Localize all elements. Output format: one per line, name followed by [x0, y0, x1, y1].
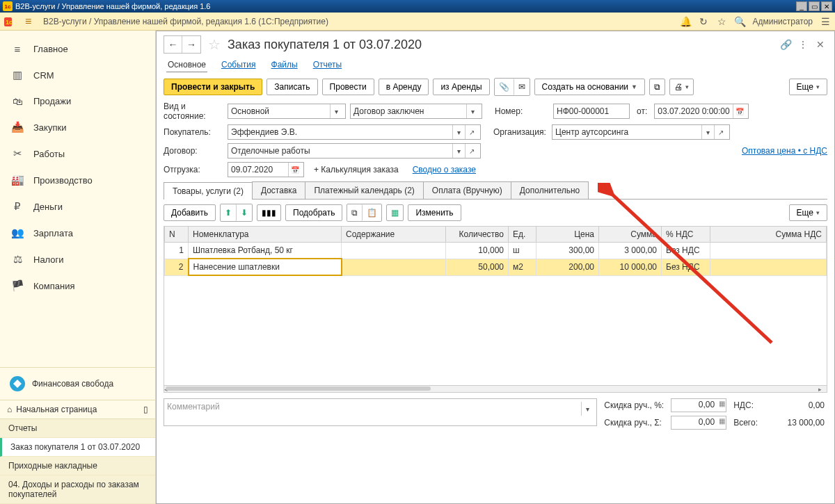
tab-additional[interactable]: Дополнительно	[511, 181, 589, 199]
calc-link[interactable]: + Калькуляция заказа	[314, 165, 399, 174]
sidebar-finance[interactable]: Финансовая свобода	[0, 367, 155, 400]
col-sum[interactable]: Сумма	[599, 227, 662, 243]
ship-date-field[interactable]: 09.07.2020📅	[228, 162, 304, 177]
calendar-icon[interactable]: 📅	[288, 163, 301, 177]
disc-sum-field[interactable]: 0,00▦	[671, 416, 726, 430]
window-restore-button[interactable]: ▭	[809, 1, 820, 11]
kind-field[interactable]: Основной▾	[228, 104, 346, 119]
table-h-scrollbar[interactable]: ◂▸	[164, 386, 827, 393]
table-more-button[interactable]: Еще ▾	[789, 204, 827, 221]
window-close-button[interactable]: ✕	[821, 1, 832, 11]
comment-field[interactable]: Комментарий▾	[164, 398, 597, 426]
star-icon[interactable]: ☆	[716, 16, 727, 27]
user-name[interactable]: Администратор	[752, 17, 813, 26]
col-qty[interactable]: Количество	[446, 227, 509, 243]
post-and-close-button[interactable]: Провести и закрыть	[164, 79, 262, 95]
tab-payment-cal[interactable]: Платежный календарь (2)	[305, 181, 423, 199]
col-unit[interactable]: Ед.	[509, 227, 536, 243]
move-up-button[interactable]: ⬆	[221, 204, 237, 221]
search-icon[interactable]: 🔍	[734, 16, 745, 27]
add-row-button[interactable]: Добавить	[164, 204, 216, 221]
sidebar-item-main[interactable]: ≡Главное	[0, 36, 155, 62]
table-row[interactable]: 1 Шпатлевка Ротбанд, 50 кг 10,000 ш 300,…	[165, 243, 827, 259]
calendar-icon[interactable]: 📅	[733, 104, 745, 118]
org-field[interactable]: Центр аутсорсинга▾↗	[552, 124, 730, 140]
number-field[interactable]: НФ00-000001	[553, 104, 630, 119]
contract-field[interactable]: Отделочные работы▾↗	[228, 143, 481, 158]
col-desc[interactable]: Содержание	[342, 227, 446, 243]
dropdown-icon[interactable]: ▾	[466, 104, 479, 118]
col-n[interactable]: N	[165, 227, 189, 243]
disc-pct-field[interactable]: 0,00▦	[671, 398, 726, 412]
main-menu-button[interactable]: ≡	[25, 15, 38, 28]
top-tab-reports[interactable]: Отчеты	[312, 58, 343, 72]
copy-rows-button[interactable]: ⧉	[347, 204, 363, 221]
open-icon[interactable]: ↗	[714, 125, 726, 139]
tab-payment[interactable]: Оплата (Вручную)	[423, 181, 511, 199]
dropdown-icon[interactable]: ▾	[330, 104, 342, 118]
sidebar-link-invoices[interactable]: Приходные накладные	[0, 457, 155, 475]
table-row-selected[interactable]: 2 Нанесение шпатлевки 50,000 м2 200,00 1…	[165, 259, 827, 275]
window-minimize-button[interactable]: _	[796, 1, 807, 11]
sidebar-item-purchases[interactable]: 📥Закупки	[0, 114, 155, 140]
calc-icon[interactable]: ▦	[719, 400, 725, 407]
favorite-star-icon[interactable]: ☆	[208, 36, 221, 53]
from-rent-button[interactable]: из Аренды	[433, 79, 489, 95]
dropdown-icon[interactable]: ▾	[701, 125, 714, 139]
open-icon[interactable]: ↗	[465, 125, 477, 139]
more-button[interactable]: Еще ▾	[789, 79, 827, 95]
sidebar-item-works[interactable]: ✂Работы	[0, 140, 155, 167]
dropdown-icon[interactable]: ▾	[452, 144, 465, 158]
mail-button[interactable]: ✉	[514, 79, 530, 95]
attach-button[interactable]: 📎	[495, 79, 514, 95]
paste-rows-button[interactable]: 📋	[363, 204, 381, 221]
col-price[interactable]: Цена	[536, 227, 599, 243]
sidebar-start-page[interactable]: ⌂ Начальная страница ▯	[0, 400, 155, 418]
dropdown-icon[interactable]: ▾	[452, 125, 465, 139]
sidebar-item-money[interactable]: ₽Деньги	[0, 193, 155, 220]
grid-fill-button[interactable]: ▦	[386, 204, 404, 221]
sidebar-item-production[interactable]: 🏭Производство	[0, 167, 155, 193]
close-tab-icon[interactable]: ✕	[816, 39, 827, 50]
col-vsum[interactable]: Сумма НДС	[710, 227, 827, 243]
copy-button[interactable]: ⧉	[649, 79, 665, 95]
to-rent-button[interactable]: в Аренду	[379, 79, 429, 95]
create-based-button[interactable]: Создать на основании ▼	[534, 79, 645, 95]
top-tab-events[interactable]: События	[220, 58, 257, 72]
edit-row-button[interactable]: Изменить	[408, 204, 461, 221]
sidebar-item-salary[interactable]: 👥Зарплата	[0, 220, 155, 246]
col-name[interactable]: Номенклатура	[189, 227, 342, 243]
kebab-icon[interactable]: ⋮	[798, 39, 809, 50]
settings-icon[interactable]: ☰	[820, 16, 831, 27]
calc-icon[interactable]: ▦	[719, 417, 725, 425]
buyer-field[interactable]: Эффендиев Э.В.▾↗	[228, 124, 481, 140]
goods-table[interactable]: N Номенклатура Содержание Количество Ед.…	[164, 226, 827, 386]
tab-delivery[interactable]: Доставка	[252, 181, 306, 199]
top-tab-files[interactable]: Файлы	[270, 58, 299, 72]
post-button[interactable]: Провести	[322, 79, 374, 95]
print-button[interactable]: 🖨 ▾	[669, 79, 694, 95]
bell-icon[interactable]: 🔔	[680, 16, 691, 27]
history-icon[interactable]: ↻	[698, 16, 709, 27]
sidebar-item-sales[interactable]: 🛍Продажи	[0, 88, 155, 114]
move-down-button[interactable]: ⬇	[237, 204, 252, 221]
barcode-button[interactable]: ▮▮▮	[257, 204, 281, 221]
sidebar-link-order[interactable]: Заказ покупателя 1 от 03.07.2020	[0, 438, 155, 457]
col-vat[interactable]: % НДС	[662, 227, 710, 243]
order-summary-link[interactable]: Сводно о заказе	[413, 165, 476, 174]
nav-forward-button[interactable]: →	[182, 36, 200, 53]
pick-button[interactable]: Подобрать	[285, 204, 342, 221]
date-field[interactable]: 03.07.2020 0:00:00📅	[654, 104, 749, 119]
dropdown-icon[interactable]: ▾	[581, 402, 594, 416]
sidebar-item-crm[interactable]: ▥CRM	[0, 62, 155, 88]
top-tab-main[interactable]: Основное	[166, 58, 207, 72]
open-icon[interactable]: ↗	[465, 144, 477, 158]
save-button[interactable]: Записать	[267, 79, 317, 95]
state-field[interactable]: Договор заключен▾	[350, 104, 482, 119]
sidebar-item-company[interactable]: 🏴Компания	[0, 273, 155, 299]
sidebar-link-reports[interactable]: Отчеты	[0, 419, 155, 438]
link-icon[interactable]: 🔗	[780, 39, 791, 50]
sidebar-item-taxes[interactable]: ⚖Налоги	[0, 246, 155, 273]
sidebar-link-report04[interactable]: 04. Доходы и расходы по заказам покупате…	[0, 475, 155, 504]
price-type-link[interactable]: Оптовая цена • с НДС	[742, 146, 827, 156]
